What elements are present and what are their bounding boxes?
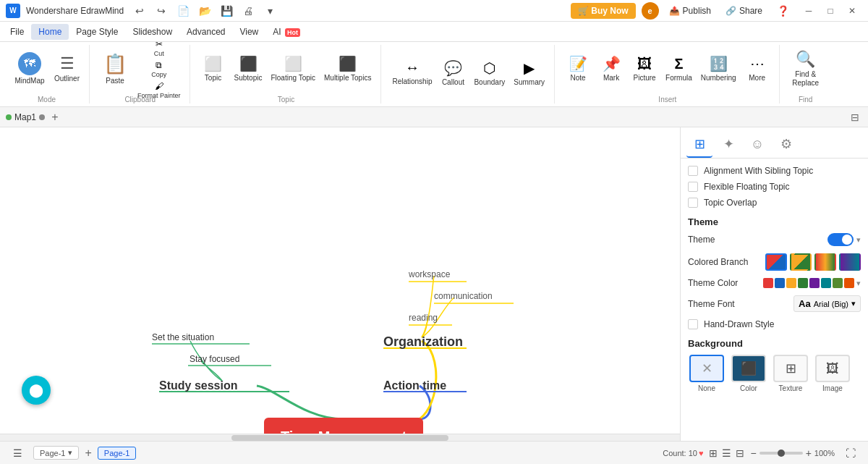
print-button[interactable]: 🖨 [238, 3, 258, 19]
publish-button[interactable]: 📤 Publish [665, 4, 715, 18]
organization-label: Organization [383, 334, 463, 349]
copy-button[interactable]: ⧉ Copy [135, 59, 184, 79]
mark-button[interactable]: 📌 Mark [595, 47, 627, 90]
copy-icon: ⧉ [156, 60, 162, 70]
menu-advanced[interactable]: Advanced [179, 24, 232, 40]
bg-color-option[interactable]: ⬛ Color [730, 355, 767, 392]
alignment-sibling-checkbox[interactable] [688, 166, 698, 176]
note-button[interactable]: 📝 Note [562, 47, 594, 90]
theme-expand-icon[interactable]: ▾ [856, 235, 861, 245]
user-avatar[interactable]: e [642, 2, 659, 20]
zoom-out-button[interactable]: − [750, 447, 756, 459]
open-file-button[interactable]: 📂 [195, 3, 215, 19]
scrollbar-thumb[interactable] [231, 435, 448, 441]
cb-option-3[interactable] [814, 253, 836, 271]
page-add-button[interactable]: + [85, 447, 91, 460]
theme-color-expand[interactable]: ▾ [856, 279, 861, 288]
flexible-floating-checkbox[interactable] [688, 182, 698, 192]
summary-button[interactable]: ▶ Summary [510, 51, 548, 95]
fit-view-icon[interactable]: ⊟ [736, 447, 744, 459]
hand-drawn-checkbox[interactable] [688, 319, 698, 329]
minimize-button[interactable]: ─ [799, 4, 819, 18]
boundary-button[interactable]: ⬡ Boundary [470, 51, 509, 95]
outliner-button[interactable]: ☰ Outliner [51, 47, 83, 90]
floating-circle-button[interactable]: ⬤ [22, 376, 51, 405]
panel-tab-settings[interactable]: ⚙ [773, 132, 799, 158]
subtopic-button[interactable]: ⬛ Subtopic [231, 47, 266, 90]
formula-button[interactable]: Σ Formula [662, 47, 696, 90]
sidebar-toggle-button[interactable]: ☰ [7, 445, 27, 461]
theme-font-select[interactable]: Aa Arial (Big) ▾ [793, 295, 861, 312]
tab-add-button[interactable]: + [48, 110, 62, 125]
paste-button[interactable]: 📋 Paste [97, 47, 133, 90]
bg-texture-option[interactable]: ⊞ Texture [772, 355, 809, 392]
floating-topic-button[interactable]: ⬜ Floating Topic [267, 47, 319, 90]
buy-now-button[interactable]: 🛒 Buy Now [571, 3, 636, 19]
save-button[interactable]: 💾 [216, 3, 237, 19]
titlebar-left: W Wondershare EdrawMind ↩ ↪ 📄 📂 💾 🖨 ▾ [6, 3, 280, 19]
find-replace-button[interactable]: 🔍 Find &Replace [787, 47, 825, 90]
more-button[interactable]: ⋯ More [741, 47, 773, 90]
topic-button[interactable]: ⬜ Topic [197, 47, 229, 90]
redo-button[interactable]: ↪ [151, 3, 171, 19]
fullscreen-button[interactable]: ⛶ [841, 445, 861, 461]
page-tab-active[interactable]: Page-1 [98, 447, 136, 460]
zoom-slider[interactable] [760, 452, 803, 455]
communication-label: communication [434, 291, 493, 301]
theme-color-picker[interactable]: ▾ [763, 278, 861, 288]
panel-tab-format[interactable]: ⊞ [686, 132, 712, 158]
theme-toggle[interactable] [827, 233, 854, 246]
multiple-topics-button[interactable]: ⬛ Multiple Topics [320, 47, 375, 90]
stay-focused-node[interactable]: Stay focused [190, 354, 239, 364]
picture-button[interactable]: 🖼 Picture [629, 47, 660, 90]
bg-color-label: Color [740, 384, 757, 392]
new-file-button[interactable]: 📄 [173, 3, 193, 19]
action-time-node[interactable]: Action time [383, 379, 446, 392]
outliner-label: Outliner [54, 75, 80, 83]
set-situation-node[interactable]: Set the situation [152, 332, 214, 342]
menu-file[interactable]: File [3, 24, 31, 40]
communication-node[interactable]: communication [434, 291, 493, 301]
cb-option-4[interactable] [839, 253, 861, 271]
panel-content: Alignment With Sibling Topic Flexible Fl… [681, 159, 868, 441]
bg-image-option[interactable]: 🖼 Image [814, 355, 851, 392]
reading-node[interactable]: reading [409, 313, 438, 323]
study-session-node[interactable]: Study session [159, 379, 237, 392]
zoom-in-button[interactable]: + [806, 447, 812, 459]
tab-map1-name[interactable]: Map1 [14, 112, 36, 122]
insert2-group-label: Insert [658, 93, 676, 104]
picture-label: Picture [634, 74, 656, 83]
relationship-button[interactable]: ↔ Relationship [388, 51, 435, 95]
undo-button[interactable]: ↩ [129, 3, 150, 19]
customize-button[interactable]: ▾ [260, 3, 280, 19]
panel-toggle-button[interactable]: ⊟ [848, 110, 862, 125]
help-button[interactable]: ❓ [773, 3, 793, 19]
sub-line-workspace [422, 276, 434, 337]
numbering-button[interactable]: 🔢 Numbering [697, 47, 740, 90]
callout-button[interactable]: 💬 Callout [437, 51, 469, 95]
menu-ai[interactable]: AI Hot [265, 24, 307, 40]
menu-home[interactable]: Home [31, 24, 69, 40]
cb-option-1[interactable] [765, 253, 787, 271]
canvas-horizontal-scrollbar[interactable] [0, 434, 680, 441]
statusbar: ☰ Page-1 ▾ + Page-1 Count: 10 ♥ ⊞ ☰ ⊟ − … [0, 441, 868, 464]
list-view-icon[interactable]: ☰ [722, 447, 731, 459]
workspace-node[interactable]: workspace [409, 269, 450, 279]
panel-tab-emoji[interactable]: ☺ [744, 132, 770, 158]
mindmap-button[interactable]: 🗺 MindMap [10, 47, 49, 90]
menu-page-style[interactable]: Page Style [69, 24, 125, 40]
page-tab-1[interactable]: Page-1 ▾ [33, 446, 79, 460]
share-button[interactable]: 🔗 Share [721, 4, 767, 18]
cb-option-2[interactable] [790, 253, 812, 271]
bg-none-option[interactable]: ✕ None [688, 355, 726, 392]
menu-view[interactable]: View [232, 24, 265, 40]
cut-button[interactable]: ✂ Cut [135, 38, 184, 58]
topic-overlap-checkbox[interactable] [688, 198, 698, 208]
maximize-button[interactable]: □ [820, 4, 841, 18]
grid-view-icon[interactable]: ⊞ [709, 447, 718, 459]
close-button[interactable]: ✕ [842, 4, 862, 18]
panel-tab-magic[interactable]: ✦ [715, 132, 741, 158]
canvas[interactable]: Time Management Study session Action tim… [0, 127, 680, 441]
organization-node[interactable]: Organization [383, 334, 463, 350]
theme-font-row: Theme Font Aa Arial (Big) ▾ [688, 295, 861, 312]
